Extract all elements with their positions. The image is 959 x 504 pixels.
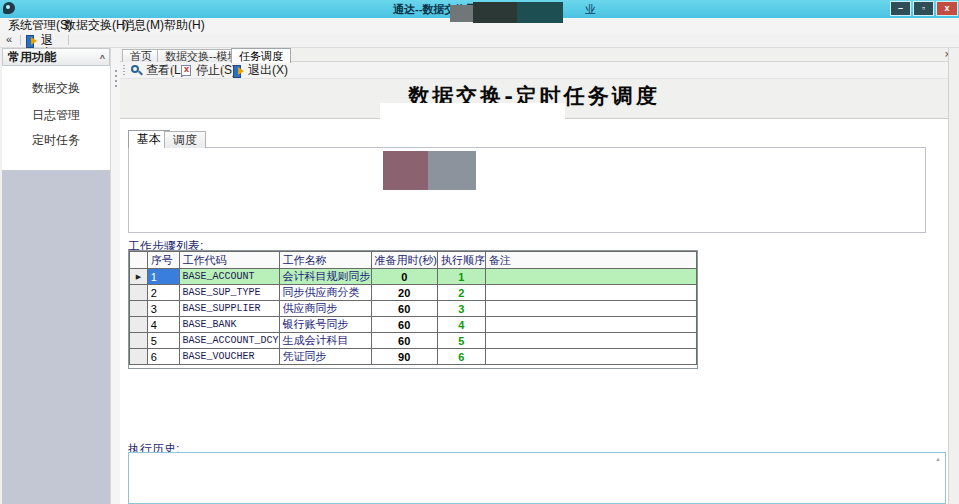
table-row[interactable]: 2BASE_SUP_TYPE同步供应商分类202 (130, 285, 697, 301)
app-window: 通达--数据交换平台 业 – ▫ x 系统管理(S)数据交换(H)消息(M)帮助… (0, 0, 959, 504)
sidebar-item-1[interactable]: 数据交换 (2, 80, 110, 96)
table-cell[interactable] (485, 269, 696, 285)
main-toolbar: 查看(L)停止(S)退出(X) (120, 62, 959, 79)
sidebar-item-2[interactable]: 日志管理 (2, 107, 110, 123)
table-cell[interactable] (485, 285, 696, 301)
table-cell[interactable] (485, 317, 696, 333)
exit-icon (233, 65, 245, 76)
maximize-button[interactable]: ▫ (913, 1, 934, 16)
table-cell[interactable]: 3 (147, 301, 179, 317)
column-header[interactable]: 工作名称 (279, 252, 371, 269)
row-selector-cell[interactable] (130, 349, 148, 365)
toolbar-separator (68, 35, 69, 45)
table-cell[interactable]: BASE_SUPPLIER (179, 301, 279, 317)
table-cell[interactable]: 1 (437, 269, 485, 285)
tab-schedule[interactable]: 调度 (164, 131, 206, 148)
column-header[interactable]: 序号 (147, 252, 179, 269)
table-cell[interactable]: 3 (437, 301, 485, 317)
document-tab-1[interactable]: 首页 (122, 49, 160, 62)
row-selector-header (130, 252, 148, 269)
table-cell[interactable]: 供应商同步 (279, 301, 371, 317)
table-cell[interactable]: 同步供应商分类 (279, 285, 371, 301)
close-button[interactable]: x (936, 1, 958, 16)
menu-item[interactable]: 帮助(H) (164, 18, 205, 33)
table-cell[interactable]: 5 (437, 333, 485, 349)
exit-button-label: 退出(X) (248, 64, 288, 77)
minimize-button[interactable]: – (890, 1, 911, 16)
table-row[interactable]: 4BASE_BANK银行账号同步604 (130, 317, 697, 333)
table-cell[interactable]: 20 (371, 285, 437, 301)
column-header[interactable]: 执行顺序 (437, 252, 485, 269)
table-row[interactable]: 3BASE_SUPPLIER供应商同步603 (130, 301, 697, 317)
menu-item[interactable]: 数据交换(H) (64, 18, 129, 33)
table-cell[interactable]: BASE_BANK (179, 317, 279, 333)
row-selector-cell[interactable] (130, 333, 148, 349)
table-cell[interactable]: 4 (147, 317, 179, 333)
sidebar-header-label: 常用功能 (8, 50, 56, 64)
column-header[interactable]: 工作代码 (179, 252, 279, 269)
column-header[interactable]: 准备用时(秒) (371, 252, 437, 269)
view-button-label: 查看(L) (146, 64, 185, 77)
table-row[interactable]: ▶1BASE_ACCOUNT会计科目规则同步01 (130, 269, 697, 285)
table-cell[interactable]: 银行账号同步 (279, 317, 371, 333)
table-cell[interactable]: 凭证同步 (279, 349, 371, 365)
chevron-up-icon[interactable]: ^ (100, 50, 105, 67)
redaction-box (473, 2, 518, 23)
splitter-handle[interactable] (110, 48, 120, 504)
magnifier-icon (131, 65, 139, 73)
menu-item[interactable]: 系统管理(S) (8, 18, 72, 33)
table-cell[interactable]: 6 (147, 349, 179, 365)
row-selector-cell[interactable]: ▶ (130, 269, 148, 285)
table-cell[interactable] (485, 349, 696, 365)
table-cell[interactable]: BASE_SUP_TYPE (179, 285, 279, 301)
table-row[interactable]: 5BASE_ACCOUNT_DCY生成会计科目605 (130, 333, 697, 349)
document-tab-3[interactable]: 任务调度 (231, 48, 291, 63)
redaction-box (450, 5, 475, 22)
table-cell[interactable] (485, 333, 696, 349)
collapse-sidebar-button[interactable]: « (6, 33, 12, 47)
sidebar-header[interactable]: 常用功能 ^ (2, 48, 110, 66)
table-cell[interactable]: 60 (371, 333, 437, 349)
redaction-box (517, 2, 563, 23)
table-cell[interactable]: 90 (371, 349, 437, 365)
steps-grid: 序号工作代码工作名称准备用时(秒)执行顺序备注▶1BASE_ACCOUNT会计科… (128, 250, 698, 369)
table-cell[interactable]: 5 (147, 333, 179, 349)
table-cell[interactable]: 2 (147, 285, 179, 301)
top-toolbar: « 退出 (0, 33, 959, 48)
column-header[interactable]: 备注 (485, 252, 696, 269)
table-cell[interactable]: 1 (147, 269, 179, 285)
menu-item[interactable]: 消息(M) (122, 18, 164, 33)
sidebar-body: 数据交换日志管理定时任务 (2, 66, 110, 170)
table-cell[interactable]: 60 (371, 317, 437, 333)
row-selector-cell[interactable] (130, 317, 148, 333)
redaction-box (383, 151, 428, 190)
sidebar: 常用功能 ^ 数据交换日志管理定时任务 (2, 48, 110, 504)
history-textarea[interactable]: ▲ (128, 452, 946, 504)
scroll-up-icon[interactable]: ▲ (935, 456, 941, 462)
stop-icon (181, 65, 191, 76)
table-cell[interactable]: 60 (371, 301, 437, 317)
toolbar-separator (222, 65, 223, 76)
table-cell[interactable] (485, 301, 696, 317)
window-title-suffix: 业 (585, 0, 596, 18)
redaction-box (428, 151, 476, 190)
row-selector-cell[interactable] (130, 285, 148, 301)
table-cell[interactable]: BASE_ACCOUNT (179, 269, 279, 285)
sidebar-item-3[interactable]: 定时任务 (2, 132, 110, 148)
toolbar-separator (172, 65, 173, 76)
table-cell[interactable]: 2 (437, 285, 485, 301)
table-cell[interactable]: 6 (437, 349, 485, 365)
table-cell[interactable]: 4 (437, 317, 485, 333)
table-cell[interactable]: BASE_VOUCHER (179, 349, 279, 365)
table-cell[interactable]: 0 (371, 269, 437, 285)
table-row[interactable]: 6BASE_VOUCHER凭证同步906 (130, 349, 697, 365)
row-selector-cell[interactable] (130, 301, 148, 317)
scrollbar-track[interactable] (948, 48, 959, 504)
toolbar-grip[interactable] (123, 65, 125, 75)
table-cell[interactable]: 会计科目规则同步 (279, 269, 371, 285)
table-cell[interactable]: 生成会计科目 (279, 333, 371, 349)
stop-button-label: 停止(S) (196, 64, 236, 77)
exit-icon (26, 35, 38, 46)
redaction-box (380, 103, 565, 128)
table-cell[interactable]: BASE_ACCOUNT_DCY (179, 333, 279, 349)
